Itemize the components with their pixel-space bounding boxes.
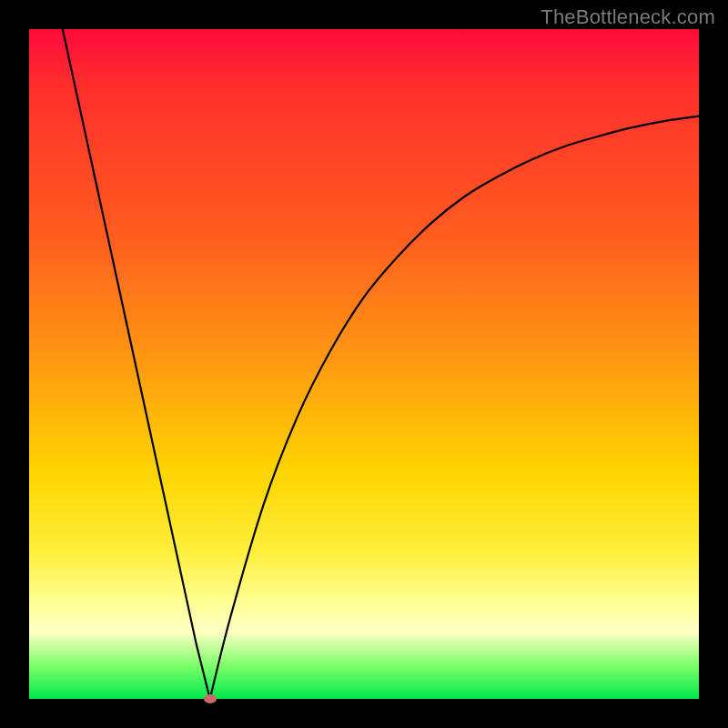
plot-area	[29, 29, 699, 699]
chart-frame: TheBottleneck.com	[0, 0, 728, 728]
curve-left-branch	[63, 29, 210, 699]
bottleneck-curve	[29, 29, 699, 699]
minimum-marker	[204, 694, 217, 703]
watermark-text: TheBottleneck.com	[541, 5, 715, 29]
curve-right-branch	[210, 116, 699, 699]
